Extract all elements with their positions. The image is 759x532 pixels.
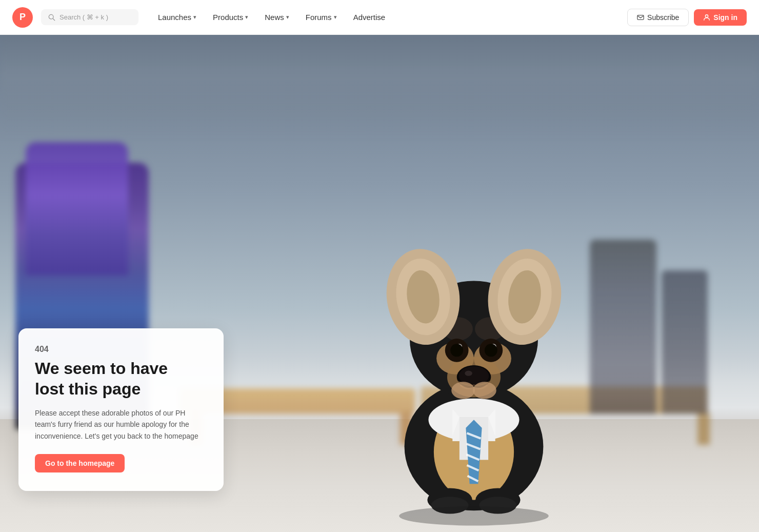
subscribe-icon — [637, 14, 644, 21]
search-bar[interactable]: Search ( ⌘ + k ) — [41, 9, 138, 25]
svg-point-39 — [451, 382, 475, 399]
nav-forums[interactable]: Forums ▾ — [298, 9, 344, 26]
error-description: Please accept these adorable photos of o… — [35, 407, 207, 442]
person-far-right — [662, 270, 708, 414]
search-placeholder-text: Search ( ⌘ + k ) — [59, 13, 108, 21]
signin-button[interactable]: Sign in — [694, 9, 747, 26]
nav-news[interactable]: News ▾ — [257, 9, 296, 26]
nav-actions: Subscribe Sign in — [627, 9, 747, 26]
nav-links: Launches ▾ Products ▾ News ▾ Forums ▾ Ad… — [151, 9, 623, 26]
user-icon — [703, 14, 710, 21]
svg-point-3 — [706, 14, 708, 17]
dog-illustration — [371, 147, 576, 532]
news-chevron-icon: ▾ — [286, 14, 289, 21]
svg-point-40 — [473, 382, 496, 399]
error-card: 404 We seem to have lost this page Pleas… — [18, 328, 224, 491]
svg-rect-2 — [637, 15, 644, 19]
svg-line-1 — [53, 18, 55, 21]
svg-point-34 — [450, 344, 463, 357]
error-code: 404 — [35, 345, 207, 354]
nav-products[interactable]: Products ▾ — [206, 9, 255, 26]
nav-launches[interactable]: Launches ▾ — [151, 9, 204, 26]
person-right — [590, 240, 656, 414]
error-title: We seem to have lost this page — [35, 358, 207, 399]
person-left-torso — [26, 142, 128, 275]
svg-point-35 — [485, 344, 497, 357]
products-chevron-icon: ▾ — [245, 14, 248, 21]
svg-point-38 — [465, 370, 472, 376]
table-2-leg-right — [697, 413, 710, 445]
dog-container — [356, 91, 592, 532]
subscribe-button[interactable]: Subscribe — [627, 9, 689, 26]
go-to-homepage-button[interactable]: Go to the homepage — [35, 454, 125, 472]
nav-advertise[interactable]: Advertise — [346, 9, 393, 26]
launches-chevron-icon: ▾ — [193, 14, 196, 21]
svg-point-45 — [399, 506, 549, 526]
forums-chevron-icon: ▾ — [334, 14, 337, 21]
navbar: P Search ( ⌘ + k ) Launches ▾ Products ▾… — [0, 0, 759, 35]
site-logo[interactable]: P — [12, 7, 33, 28]
search-icon — [48, 14, 55, 21]
